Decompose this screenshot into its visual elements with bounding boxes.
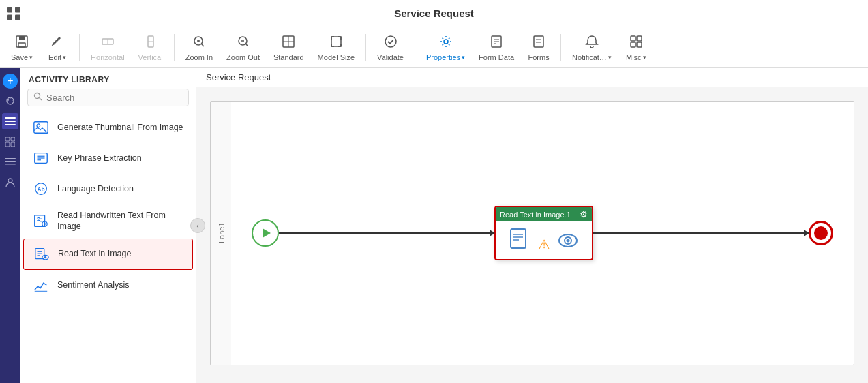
start-event[interactable]: [252, 219, 279, 247]
toolbar-save[interactable]: Save ▾: [5, 31, 38, 64]
toolbar-misc[interactable]: Misc ▾: [620, 31, 653, 64]
read-handwritten-icon: [31, 211, 50, 230]
toolbar-edit[interactable]: Edit ▾: [41, 31, 74, 64]
flow-container: Read Text in Image.1 ⚙: [231, 102, 854, 365]
collapse-panel-button[interactable]: ‹: [190, 218, 205, 233]
activity-node-read-text[interactable]: Read Text in Image.1 ⚙: [494, 206, 593, 260]
toolbar-zoom-in[interactable]: Zoom In: [180, 31, 218, 64]
svg-point-19: [444, 40, 448, 44]
svg-rect-32: [5, 117, 16, 119]
sidebar-brain-icon[interactable]: [2, 93, 18, 109]
zoom-out-label: Zoom Out: [226, 53, 260, 61]
toolbar-properties[interactable]: Properties ▾: [421, 31, 470, 64]
activity-node-body: ⚠: [496, 221, 592, 259]
activity-item-key-phrase[interactable]: Key Phrase Extraction: [23, 143, 193, 173]
forms-icon: [531, 34, 546, 51]
svg-rect-34: [5, 124, 16, 125]
svg-rect-39: [5, 158, 16, 159]
language-detection-label: Language Detection: [57, 183, 134, 194]
svg-point-18: [385, 36, 396, 47]
toolbar-form-data[interactable]: Form Data: [473, 31, 520, 64]
svg-rect-37: [5, 142, 10, 147]
validate-label: Validate: [377, 53, 404, 61]
form-data-label: Form Data: [479, 53, 514, 61]
toolbar-forms[interactable]: Forms: [522, 31, 555, 64]
topbar-title: Service Request: [394, 7, 474, 19]
activity-item-sentiment[interactable]: Sentiment Analysis: [23, 271, 193, 301]
svg-rect-29: [631, 42, 635, 47]
sidebar-lines-icon[interactable]: [2, 154, 18, 170]
toolbar-divider-5: [560, 34, 561, 61]
toolbar-vertical: Vertical: [133, 31, 168, 64]
svg-rect-28: [637, 36, 642, 41]
edit-icon: [50, 34, 65, 51]
toolbar-validate[interactable]: Validate: [372, 31, 409, 64]
notifications-label: Notificat… ▾: [572, 53, 612, 61]
svg-point-60: [44, 256, 46, 258]
toolbar-notifications[interactable]: Notificat… ▾: [567, 31, 617, 64]
toolbar-zoom-out[interactable]: Zoom Out: [221, 31, 265, 64]
activity-list: Generate Thumbnail From Image Key Phrase…: [20, 112, 196, 383]
vertical-label: Vertical: [138, 53, 163, 61]
horizontal-icon: [100, 34, 115, 51]
activity-node-warning-icon: ⚠: [538, 236, 550, 253]
read-handwritten-label: Read Handwritten Text From Image: [57, 210, 185, 232]
misc-label: Misc ▾: [626, 53, 646, 61]
generate-thumbnail-label: Generate Thumbnail From Image: [57, 122, 183, 133]
generate-thumbnail-icon: [31, 118, 50, 137]
svg-rect-41: [5, 164, 16, 165]
canvas-workspace[interactable]: Lane1 Read Text in Image.1 ⚙: [196, 87, 868, 379]
key-phrase-icon: [31, 149, 50, 168]
save-icon: [14, 34, 29, 51]
toolbar-divider-4: [415, 34, 415, 61]
svg-point-46: [37, 124, 40, 127]
toolbar: Save ▾ Edit ▾ Horizontal Vertical Zoom I…: [0, 27, 868, 68]
activity-item-generate-thumbnail[interactable]: Generate Thumbnail From Image: [23, 112, 193, 142]
canvas-area: Service Request Lane1 Read: [196, 68, 868, 383]
model-size-icon: [329, 34, 344, 51]
sidebar-user-icon[interactable]: [2, 174, 18, 191]
svg-rect-17: [331, 37, 341, 46]
svg-line-13: [245, 44, 248, 46]
topbar: Service Request: [0, 0, 868, 27]
search-input[interactable]: [46, 93, 183, 103]
activity-library-panel: Activity Library Generate Thumbnail From…: [20, 68, 196, 383]
activity-item-language-detection[interactable]: Ab Language Detection: [23, 174, 193, 204]
start-play-icon: [263, 228, 271, 238]
activity-item-read-text[interactable]: Read Text in Image: [23, 239, 193, 270]
key-phrase-label: Key Phrase Extraction: [57, 153, 142, 164]
svg-rect-36: [11, 137, 15, 141]
sidebar-list-icon[interactable]: [2, 113, 18, 129]
search-box[interactable]: [27, 89, 189, 106]
arrow-head-1: [490, 230, 495, 236]
forms-label: Forms: [528, 53, 549, 61]
main-layout: + Activity Library: [0, 68, 868, 383]
activity-item-read-handwritten[interactable]: Read Handwritten Text From Image: [23, 204, 193, 238]
activity-node-gear-icon[interactable]: ⚙: [580, 209, 588, 219]
sentiment-icon: [31, 276, 50, 295]
misc-icon: [629, 34, 644, 51]
notifications-icon: [584, 34, 599, 51]
model-size-label: Model Size: [318, 53, 355, 61]
svg-rect-27: [631, 36, 635, 41]
zoom-in-label: Zoom In: [185, 53, 213, 61]
sidebar-grid-icon[interactable]: [2, 134, 18, 150]
activity-node-header: Read Text in Image.1 ⚙: [496, 207, 592, 221]
collapse-arrow-icon: ‹: [196, 222, 198, 230]
language-detection-icon: Ab: [31, 179, 50, 198]
arrow-head-2: [804, 230, 809, 236]
flow-arrow-1: [279, 232, 494, 234]
lane: Lane1 Read Text in Image.1 ⚙: [210, 101, 854, 365]
svg-rect-30: [637, 42, 642, 47]
validate-icon: [383, 34, 398, 51]
app-grid-icon[interactable]: [7, 7, 20, 20]
sidebar-add-icon[interactable]: +: [3, 74, 18, 89]
svg-rect-2: [18, 43, 25, 47]
end-event[interactable]: [809, 221, 833, 245]
activity-node-doc-icon: [509, 228, 531, 254]
standard-icon: [281, 34, 296, 51]
toolbar-model-size[interactable]: Model Size: [312, 31, 360, 64]
zoom-out-icon: [236, 34, 251, 51]
toolbar-standard[interactable]: Standard: [268, 31, 310, 64]
svg-rect-24: [534, 36, 543, 47]
